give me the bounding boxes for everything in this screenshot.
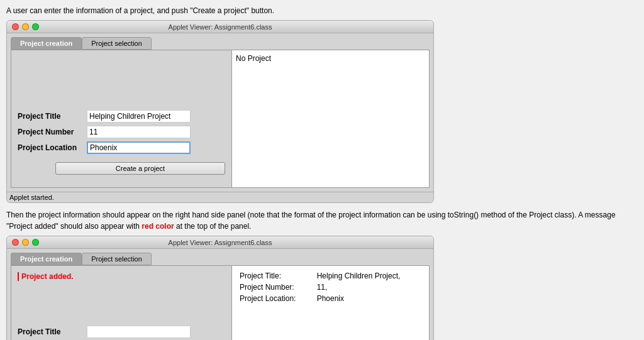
title-input-1[interactable] [87, 110, 191, 123]
tab-project-creation-2[interactable]: Project creation [11, 253, 82, 265]
right-panel-2: Project Title: Helping Children Project,… [231, 266, 429, 340]
left-panel-2: Project added. Project Title Project Num… [11, 266, 231, 340]
form-row-title-2: Project Title [18, 326, 225, 338]
applet-content-1: Project creation Project selection Proje… [7, 33, 433, 192]
no-project-text: No Project [236, 54, 271, 63]
project-info-value-location: Phoenix [314, 293, 424, 304]
project-info-label-title: Project Title: [237, 271, 313, 281]
project-info-value-number: 11, [314, 282, 424, 292]
window-buttons-1 [12, 23, 39, 30]
location-label-1: Project Location [18, 143, 87, 152]
tab-project-creation-1[interactable]: Project creation [11, 37, 82, 50]
minimize-btn-2[interactable] [22, 239, 29, 246]
applet-window-2: Applet Viewer: Assignment6.class Project… [6, 236, 434, 340]
maximize-btn-1[interactable] [32, 23, 39, 30]
tab-bar-1: Project creation Project selection [11, 37, 430, 50]
number-input-1[interactable] [87, 126, 191, 138]
project-added-message: Project added. [18, 272, 225, 281]
close-btn-1[interactable] [12, 23, 19, 30]
tab-project-selection-1[interactable]: Project selection [82, 37, 152, 50]
left-panel-1: Project Title Project Number Project Loc… [11, 50, 231, 187]
project-info-table: Project Title: Helping Children Project,… [236, 270, 425, 305]
title-input-2[interactable] [87, 326, 191, 338]
form-row-location-1: Project Location [18, 141, 225, 154]
tab-bar-2: Project creation Project selection [11, 253, 430, 265]
status-bar-1: Applet started. [7, 192, 433, 202]
create-button-1[interactable]: Create a project [55, 162, 225, 175]
minimize-btn-1[interactable] [22, 23, 29, 30]
title-label-1: Project Title [18, 112, 87, 121]
page-description: A user can enter the information of a pr… [6, 6, 638, 15]
title-bar-text-1: Applet Viewer: Assignment6.class [169, 23, 272, 31]
tab-project-selection-2[interactable]: Project selection [82, 253, 152, 265]
location-input-1[interactable] [87, 141, 191, 154]
main-panel-2: Project added. Project Title Project Num… [11, 265, 430, 340]
project-info-row-number: Project Number: 11, [237, 282, 424, 292]
title-bar-2: Applet Viewer: Assignment6.class [7, 236, 433, 249]
maximize-btn-2[interactable] [32, 239, 39, 246]
project-info-label-location: Project Location: [237, 293, 313, 304]
section-description: Then the project information should appe… [6, 209, 638, 232]
window-buttons-2 [12, 239, 39, 246]
main-panel-1: Project Title Project Number Project Loc… [11, 50, 430, 188]
number-label-1: Project Number [18, 128, 87, 136]
title-label-2: Project Title [18, 327, 87, 336]
project-info-row-title: Project Title: Helping Children Project, [237, 271, 424, 281]
form-row-title-1: Project Title [18, 110, 225, 123]
project-info-label-number: Project Number: [237, 282, 313, 292]
close-btn-2[interactable] [12, 239, 19, 246]
project-info-value-title: Helping Children Project, [314, 271, 424, 281]
project-info-row-location: Project Location: Phoenix [237, 293, 424, 304]
title-bar-1: Applet Viewer: Assignment6.class [7, 21, 433, 33]
form-row-number-1: Project Number [18, 126, 225, 138]
applet-window-1: Applet Viewer: Assignment6.class Project… [6, 20, 434, 203]
title-bar-text-2: Applet Viewer: Assignment6.class [169, 239, 272, 246]
right-panel-1: No Project [231, 50, 429, 187]
applet-content-2: Project creation Project selection Proje… [7, 249, 433, 340]
